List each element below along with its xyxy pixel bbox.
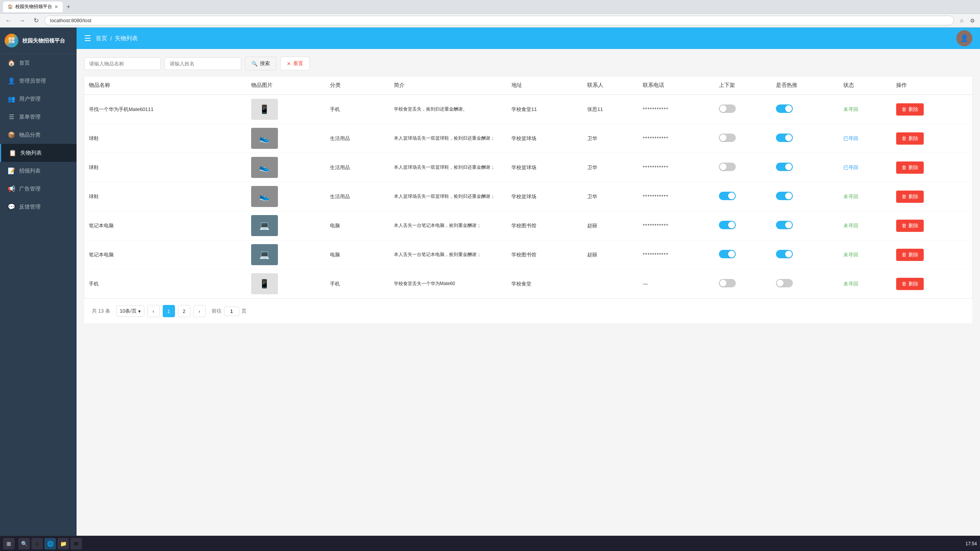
search-item-name-input[interactable]	[84, 57, 161, 70]
online-toggle[interactable]	[719, 104, 736, 113]
sidebar-item-ad[interactable]: 📢广告管理	[0, 180, 77, 198]
sidebar-item-admin[interactable]: 👤管理员管理	[0, 72, 77, 90]
col-category: 分类	[325, 77, 389, 95]
hot-toggle[interactable]	[776, 104, 793, 113]
taskbar-windows-icon[interactable]: ⊞	[3, 538, 15, 549]
online-toggle[interactable]	[719, 250, 736, 258]
nav-label-category: 物品分类	[19, 132, 41, 139]
new-tab-button[interactable]: +	[64, 3, 72, 10]
next-page-button[interactable]: ›	[193, 305, 206, 317]
sidebar-item-lost[interactable]: 📋失物列表	[0, 144, 77, 162]
delete-button[interactable]: 🗑 删除	[896, 249, 924, 261]
cell-desc: 本人篮球场丢失一双篮球鞋，捡到归还重金酬谢；	[389, 153, 507, 182]
online-toggle[interactable]	[719, 221, 736, 229]
cell-online[interactable]	[714, 240, 771, 269]
cell-action: 🗑 删除	[892, 240, 972, 269]
browser-tab-active[interactable]: 🏠 校园失物招领平台 ✕	[3, 2, 63, 12]
sidebar-item-user[interactable]: 👥用户管理	[0, 90, 77, 108]
cell-hot[interactable]	[771, 240, 839, 269]
cell-online[interactable]	[714, 95, 771, 124]
breadcrumb-separator: /	[110, 35, 112, 42]
cell-action: 🗑 删除	[892, 182, 972, 211]
delete-button[interactable]: 🗑 删除	[896, 161, 924, 174]
cell-hot[interactable]	[771, 211, 839, 240]
browser-toolbar: ← → ↻ ☆ ⚙	[0, 14, 980, 28]
page-2-button[interactable]: 2	[178, 305, 190, 317]
tab-close-btn[interactable]: ✕	[54, 4, 58, 10]
total-count: 共 13 条	[92, 308, 110, 315]
delete-button[interactable]: 🗑 删除	[896, 278, 924, 290]
table-header: 物品名称 物品图片 分类 简介 地址 联系人 联系电话 上下架 是否热推 状态 …	[84, 77, 972, 95]
per-page-select[interactable]: 10条/页 ▾	[116, 305, 144, 317]
refresh-button[interactable]: ↻	[31, 15, 41, 26]
cell-category: 生活用品	[325, 124, 389, 153]
cell-name: 球鞋	[84, 182, 247, 211]
hot-toggle[interactable]	[776, 134, 793, 142]
reset-button[interactable]: ✕ 重置	[280, 57, 310, 70]
taskbar-explorer-icon[interactable]: 📁	[57, 538, 69, 549]
online-toggle[interactable]	[719, 134, 736, 142]
sidebar-item-claim[interactable]: 📝招领列表	[0, 162, 77, 180]
forward-button[interactable]: →	[17, 15, 28, 26]
page-1-button[interactable]: 1	[163, 305, 175, 317]
breadcrumb-home[interactable]: 首页	[96, 35, 107, 42]
cell-hot[interactable]	[771, 182, 839, 211]
goto-page-input[interactable]	[224, 306, 239, 316]
bookmark-icon[interactable]: ☆	[957, 16, 966, 25]
cell-name: 球鞋	[84, 153, 247, 182]
cell-status: 未寻回	[839, 95, 892, 124]
cell-desc: 本人丢失一台笔记本电脑，捡到重金酬谢；	[389, 211, 507, 240]
delete-button[interactable]: 🗑 删除	[896, 103, 924, 116]
delete-button[interactable]: 🗑 删除	[896, 220, 924, 232]
cell-contact: 卫华	[583, 153, 638, 182]
url-bar[interactable]	[44, 16, 954, 25]
reset-label: 重置	[293, 60, 303, 67]
sidebar-item-feedback[interactable]: 💬反馈管理	[0, 198, 77, 216]
logo-text: 校园失物招领平台	[22, 37, 65, 44]
cell-contact: 卫华	[583, 124, 638, 153]
online-toggle[interactable]	[719, 163, 736, 171]
delete-button[interactable]: 🗑 删除	[896, 191, 924, 203]
cell-hot[interactable]	[771, 124, 839, 153]
nav-label-menu: 菜单管理	[19, 114, 41, 121]
search-button[interactable]: 🔍 搜索	[245, 57, 276, 70]
cell-hot[interactable]	[771, 153, 839, 182]
cell-hot[interactable]	[771, 269, 839, 298]
cell-online[interactable]	[714, 153, 771, 182]
taskbar-search-icon[interactable]: 🔍	[18, 538, 30, 549]
hot-toggle[interactable]	[776, 279, 793, 287]
cell-hot[interactable]	[771, 95, 839, 124]
taskbar-cortana-icon[interactable]: ○	[31, 538, 43, 549]
sidebar-item-category[interactable]: 📦物品分类	[0, 126, 77, 144]
delete-button[interactable]: 🗑 删除	[896, 132, 924, 145]
online-toggle[interactable]	[719, 192, 736, 200]
cell-online[interactable]	[714, 211, 771, 240]
back-button[interactable]: ←	[3, 15, 14, 26]
taskbar-browser-icon[interactable]: 🌐	[44, 538, 56, 549]
hamburger-button[interactable]: ☰	[84, 34, 91, 43]
cell-action: 🗑 删除	[892, 124, 972, 153]
online-toggle[interactable]	[719, 279, 736, 287]
hot-toggle[interactable]	[776, 192, 793, 200]
settings-icon[interactable]: ⚙	[968, 16, 977, 25]
search-bar: 🔍 搜索 ✕ 重置	[84, 57, 972, 70]
sidebar-item-home[interactable]: 🏠首页	[0, 54, 77, 72]
cell-online[interactable]	[714, 124, 771, 153]
cell-phone: ***********	[638, 240, 714, 269]
status-badge: 未寻回	[843, 281, 858, 287]
prev-page-button[interactable]: ‹	[147, 305, 160, 317]
cell-online[interactable]	[714, 269, 771, 298]
sidebar-item-menu[interactable]: ☰菜单管理	[0, 108, 77, 126]
user-avatar[interactable]: 👤	[956, 30, 972, 46]
hot-toggle[interactable]	[776, 163, 793, 171]
hot-toggle[interactable]	[776, 250, 793, 258]
goto-suffix: 页	[242, 308, 247, 315]
tab-favicon: 🏠	[8, 4, 13, 9]
search-person-name-input[interactable]	[165, 57, 241, 70]
cell-online[interactable]	[714, 182, 771, 211]
taskbar-mail-icon[interactable]: ✉	[70, 538, 82, 549]
cell-address: 学校篮球场	[507, 124, 583, 153]
hot-toggle[interactable]	[776, 221, 793, 229]
trash-icon: 🗑	[902, 223, 906, 228]
cell-desc: 学校食堂丢失，捡到归还重金酬谢。	[389, 95, 507, 124]
